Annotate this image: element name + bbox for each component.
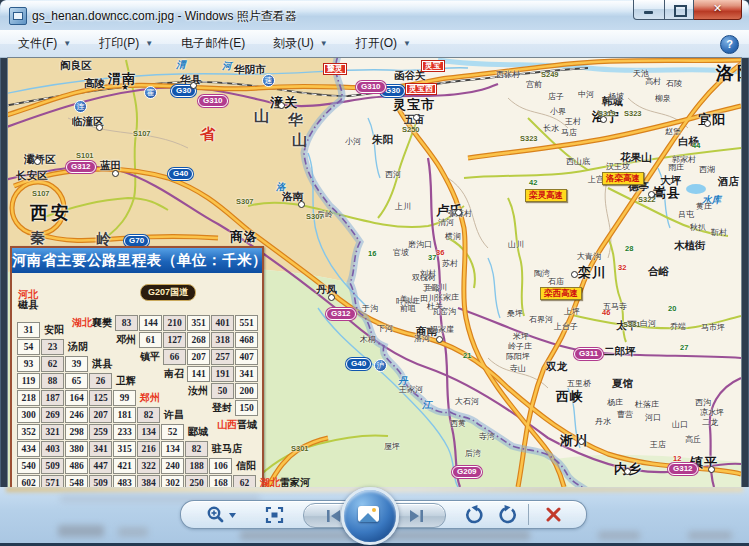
mountain-label: 山 — [254, 108, 276, 123]
menu-item-3[interactable]: 电子邮件(E) — [171, 31, 255, 56]
help-button[interactable]: ? — [720, 35, 739, 54]
table-city-label: 南召 — [129, 369, 184, 379]
river-label: 洛 — [276, 182, 286, 192]
village-label: 高丘 — [685, 436, 701, 444]
town-label: 花果山 — [620, 152, 652, 163]
minimize-button[interactable] — [633, 0, 665, 20]
village-label: 冯家崖 — [430, 326, 454, 334]
table-terminus-label: 山西晋城 — [162, 420, 257, 430]
menu-item-2[interactable]: 打印(P)▼ — [89, 31, 163, 56]
distance-cell: 268 — [187, 332, 210, 348]
distance-cell: 269 — [41, 407, 64, 423]
fit-to-window-button[interactable] — [259, 501, 289, 528]
km-marker-green: 37 — [428, 254, 436, 262]
distance-cell: 300 — [17, 407, 40, 423]
capital-star: ★ — [121, 83, 129, 92]
village-label: 官坡 — [393, 249, 409, 257]
village-label: 汉王坟 — [606, 163, 630, 171]
distance-cell: 571 — [41, 475, 64, 487]
town-label: 木植街 — [674, 240, 706, 251]
zoom-button[interactable] — [199, 501, 243, 528]
previous-icon — [326, 509, 342, 523]
village-label: 柳泉 — [655, 95, 671, 103]
village-label: 美山 — [400, 296, 416, 304]
village-label: 石界河 — [529, 316, 553, 324]
delete-x-icon — [545, 506, 562, 523]
city-label: 灵宝市 — [393, 98, 435, 111]
distance-cell: 88 — [41, 373, 64, 389]
menu-item-4[interactable]: 刻录(U)▼ — [263, 31, 338, 56]
close-button[interactable]: ✕ — [694, 0, 742, 20]
title-bar[interactable]: gs_henan.downcc.com.jpg - Windows 照片查看器 … — [0, 0, 749, 31]
distance-cell: 259 — [89, 424, 112, 440]
next-icon — [408, 509, 424, 523]
provincial-road-label: S101 — [76, 152, 94, 160]
km-marker-red: 36 — [436, 249, 444, 257]
maximize-button[interactable] — [665, 0, 694, 20]
distance-cell: 62 — [233, 475, 256, 487]
village-label: 赵堡 — [665, 128, 681, 136]
village-label: 王村 — [565, 118, 581, 126]
expressway-badge: G40 — [168, 168, 193, 180]
village-label: 丹水 — [595, 418, 611, 426]
app-icon — [9, 7, 27, 25]
village-label: 清河 — [438, 219, 454, 227]
play-slideshow-button[interactable] — [341, 487, 399, 545]
minimize-icon — [644, 11, 653, 14]
photo-content-map[interactable]: 西安洛阳渭南灵宝市商洛潼关卢氏栾川嵩县淅川宜阳洛宁内乡镇平西峡华县华阴市高陵阎良… — [8, 58, 741, 487]
rotate-clockwise-button[interactable] — [493, 501, 523, 528]
town-label: 华阴市 — [234, 64, 266, 75]
mountain-label: 华 — [288, 112, 310, 127]
table-city-label: 镇平 — [105, 352, 160, 362]
village-label: 寺山 — [510, 365, 526, 373]
distance-cell: 134 — [161, 441, 184, 457]
city-dot — [648, 191, 655, 198]
rotate-counterclockwise-button[interactable] — [459, 501, 489, 528]
distance-cell: 341 — [89, 441, 112, 457]
town-label: 函谷关 — [394, 70, 426, 81]
city-dot — [298, 201, 305, 208]
national-road-badge: G209 — [452, 466, 482, 478]
distance-cell: 134 — [137, 424, 160, 440]
village-label: 靳村 — [711, 229, 727, 237]
village-label: 屋坪 — [384, 443, 400, 451]
city-dot — [328, 294, 335, 301]
menu-item-1[interactable]: 文件(F)▼ — [8, 31, 81, 56]
village-label: 黄庄 — [696, 203, 712, 211]
route-char-badge: 沪 — [374, 359, 387, 372]
screenshot-root: { "window": { "title": "gs_henan.downcc.… — [0, 0, 749, 546]
distance-cell: 434 — [17, 441, 40, 457]
distance-cell: 352 — [17, 424, 40, 440]
river-label: 河 — [222, 61, 232, 71]
village-label: 宫前 — [526, 81, 542, 89]
village-label: 张家庄 — [435, 294, 459, 302]
distance-cell: 181 — [113, 407, 136, 423]
town-label: 合峪 — [648, 266, 669, 277]
toolbar-divider — [528, 504, 529, 525]
village-label: 中河 — [578, 91, 594, 99]
village-label: 吕屯 — [678, 211, 694, 219]
exit-badge: 灵宝 — [422, 61, 444, 71]
village-label: 户峪 — [424, 285, 440, 293]
town-label: 蓝田 — [100, 160, 121, 171]
mountain-label: 岭 — [96, 231, 118, 246]
distance-cell: 318 — [211, 332, 234, 348]
distance-cell: 141 — [187, 366, 210, 382]
menu-item-label: 电子邮件(E) — [181, 35, 245, 52]
village-label: 小界 — [550, 108, 566, 116]
village-label: 马店 — [561, 129, 577, 137]
distance-cell: 403 — [41, 441, 64, 457]
menu-item-5[interactable]: 打开(O)▼ — [346, 31, 421, 56]
exit-badge: 豫灵 — [324, 64, 346, 74]
distance-cell: 246 — [65, 407, 88, 423]
photo-viewer-window: gs_henan.downcc.com.jpg - Windows 照片查看器 … — [0, 0, 749, 546]
village-label: 王家河 — [399, 386, 423, 394]
city-dot — [112, 170, 119, 177]
next-button[interactable] — [398, 504, 434, 527]
distance-cell: 468 — [235, 332, 258, 348]
city-dot — [578, 438, 585, 445]
village-label: 雨庄 — [668, 164, 684, 172]
delete-button[interactable] — [536, 501, 570, 528]
village-label: 曹营 — [617, 411, 633, 419]
table-city-label: 邓州 — [81, 335, 136, 345]
